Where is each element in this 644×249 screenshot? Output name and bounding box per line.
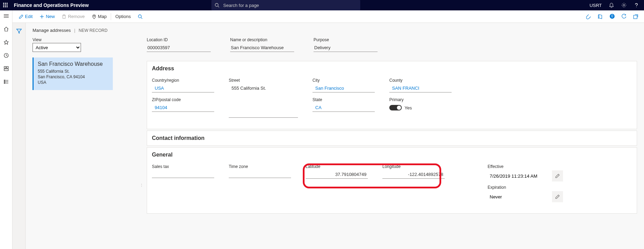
action-search-button[interactable] bbox=[134, 10, 146, 23]
app-title: Finance and Operations Preview bbox=[11, 2, 89, 8]
longitude-value[interactable]: -122.4014892578 bbox=[382, 170, 445, 179]
options-label: Options bbox=[115, 14, 131, 19]
svg-rect-17 bbox=[4, 66, 6, 68]
svg-rect-8 bbox=[7, 6, 8, 7]
street-extra[interactable] bbox=[229, 110, 298, 118]
contact-fasttab: Contact information bbox=[147, 131, 637, 146]
company-picker[interactable]: USRT bbox=[586, 3, 605, 8]
general-fasttab: General Sales tax Time zone Latitude 37.… bbox=[147, 147, 637, 214]
svg-rect-0 bbox=[3, 3, 4, 4]
svg-rect-19 bbox=[4, 69, 8, 71]
home-icon[interactable] bbox=[3, 26, 10, 33]
effective-edit-icon[interactable] bbox=[552, 170, 563, 181]
map-label: Map bbox=[98, 14, 107, 19]
sales-tax-value[interactable] bbox=[152, 170, 214, 178]
svg-point-11 bbox=[623, 5, 625, 6]
svg-line-10 bbox=[218, 6, 219, 8]
workspace-icon[interactable] bbox=[3, 65, 10, 72]
recent-icon[interactable] bbox=[3, 52, 10, 59]
county-value[interactable]: SAN FRANCI bbox=[389, 84, 452, 92]
svg-point-9 bbox=[215, 3, 218, 7]
expiration-label: Expiration bbox=[488, 185, 563, 190]
nav-rail bbox=[0, 10, 12, 249]
svg-rect-18 bbox=[7, 66, 8, 68]
zip-label: ZIP/postal code bbox=[152, 97, 214, 102]
primary-value: Yes bbox=[405, 105, 412, 110]
office-icon[interactable] bbox=[596, 12, 605, 21]
longitude-label: Longitude bbox=[382, 164, 445, 169]
svg-rect-4 bbox=[5, 5, 6, 6]
address-fasttab: Address Country/region USA ZIP/postal co… bbox=[147, 61, 637, 129]
name-label: Name or description bbox=[230, 37, 294, 42]
city-value[interactable]: San Francisco bbox=[312, 84, 375, 92]
view-label: View bbox=[33, 37, 116, 42]
options-button[interactable]: Options bbox=[112, 10, 134, 23]
state-value[interactable]: CA bbox=[312, 104, 375, 112]
filter-icon[interactable] bbox=[16, 28, 22, 34]
view-select[interactable]: Active bbox=[33, 43, 81, 52]
remove-button: Remove bbox=[58, 10, 88, 23]
svg-rect-1 bbox=[5, 3, 6, 4]
notification-icon[interactable] bbox=[605, 0, 618, 10]
popout-icon[interactable] bbox=[632, 12, 640, 21]
card-line1: 555 California St. bbox=[38, 69, 109, 74]
modules-icon[interactable] bbox=[3, 78, 10, 85]
svg-rect-3 bbox=[3, 5, 4, 6]
purpose-label: Purpose bbox=[314, 37, 378, 42]
card-line3: USA bbox=[38, 80, 109, 85]
time-zone-value[interactable] bbox=[229, 170, 291, 178]
card-line2: San Francisco, CA 94104 bbox=[38, 74, 109, 80]
search-icon bbox=[211, 3, 223, 8]
zip-value[interactable]: 94104 bbox=[152, 104, 214, 112]
favorites-icon[interactable] bbox=[3, 39, 10, 46]
purpose-value[interactable]: Delivery bbox=[314, 44, 378, 52]
record-card[interactable]: San Francisco Warehouse 555 California S… bbox=[33, 57, 113, 90]
expiration-value bbox=[488, 192, 550, 202]
effective-value bbox=[488, 171, 550, 181]
global-search[interactable] bbox=[211, 0, 360, 10]
svg-rect-20 bbox=[4, 80, 5, 81]
street-value[interactable]: 555 California St. bbox=[229, 84, 298, 92]
location-id-value[interactable]: 000003597 bbox=[147, 44, 211, 52]
general-header[interactable]: General bbox=[147, 148, 637, 162]
svg-rect-6 bbox=[3, 6, 4, 7]
country-label: Country/region bbox=[152, 78, 214, 83]
refresh-icon[interactable] bbox=[620, 12, 628, 21]
name-value[interactable]: San Francisco Warehouse bbox=[230, 44, 294, 52]
remove-label: Remove bbox=[68, 14, 84, 19]
content-area: Manage addresses | NEW RECORD View Activ… bbox=[26, 23, 644, 249]
expiration-edit-icon[interactable] bbox=[552, 191, 563, 202]
app-launcher-icon[interactable] bbox=[0, 0, 11, 10]
card-title: San Francisco Warehouse bbox=[38, 61, 109, 67]
edit-button[interactable]: Edit bbox=[15, 10, 36, 23]
latitude-value[interactable]: 37.7910804749 bbox=[306, 170, 368, 179]
attachment-icon[interactable] bbox=[584, 12, 593, 21]
svg-rect-2 bbox=[7, 3, 8, 4]
new-button[interactable]: New bbox=[36, 10, 58, 23]
primary-toggle[interactable]: Yes bbox=[389, 105, 452, 110]
effective-label: Effective bbox=[488, 164, 563, 169]
county-label: County bbox=[389, 78, 452, 83]
time-zone-label: Time zone bbox=[229, 164, 291, 169]
message-badge[interactable]: 0 bbox=[608, 12, 616, 21]
help-icon[interactable] bbox=[630, 0, 643, 10]
address-header[interactable]: Address bbox=[147, 61, 637, 76]
divider bbox=[111, 13, 111, 20]
svg-rect-22 bbox=[4, 83, 5, 83]
breadcrumb: Manage addresses | NEW RECORD bbox=[26, 23, 644, 35]
list-pane: View Active San Francisco Warehouse 555 … bbox=[33, 37, 116, 90]
new-label: New bbox=[46, 14, 55, 19]
svg-rect-5 bbox=[7, 5, 8, 6]
map-button[interactable]: Map bbox=[88, 10, 110, 23]
splitter-handle[interactable]: ⋮ bbox=[140, 179, 143, 191]
country-value[interactable]: USA bbox=[152, 84, 214, 92]
svg-point-28 bbox=[93, 15, 95, 17]
search-input[interactable] bbox=[223, 2, 354, 8]
sales-tax-label: Sales tax bbox=[152, 164, 214, 169]
contact-header[interactable]: Contact information bbox=[147, 131, 637, 145]
settings-icon[interactable] bbox=[618, 0, 630, 10]
svg-rect-21 bbox=[4, 81, 5, 82]
breadcrumb-page[interactable]: Manage addresses bbox=[33, 28, 71, 33]
filter-rail bbox=[12, 23, 26, 249]
hamburger-icon[interactable] bbox=[3, 12, 10, 19]
